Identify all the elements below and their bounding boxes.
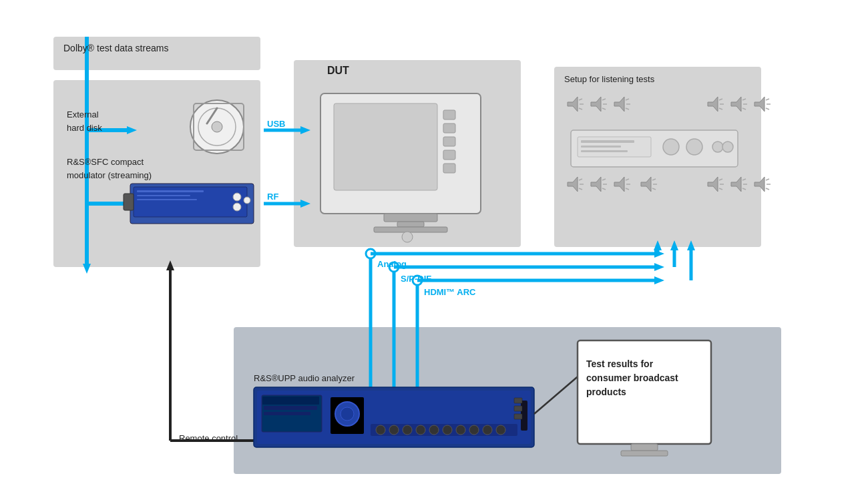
- svg-rect-152: [514, 414, 522, 419]
- svg-line-85: [742, 99, 746, 100]
- svg-point-50: [233, 193, 241, 201]
- svg-marker-68: [568, 97, 578, 111]
- svg-marker-41: [310, 437, 320, 445]
- svg-point-146: [469, 425, 479, 435]
- svg-point-96: [712, 142, 723, 152]
- svg-marker-28: [654, 240, 662, 250]
- svg-rect-99: [581, 146, 621, 148]
- svg-rect-132: [262, 397, 319, 405]
- svg-rect-138: [371, 424, 517, 436]
- svg-rect-157: [621, 451, 668, 456]
- svg-line-120: [719, 188, 722, 190]
- svg-point-140: [389, 425, 399, 435]
- svg-rect-2: [294, 60, 521, 247]
- remote-control-label: Remote control: [179, 433, 238, 445]
- rf-label: RF: [267, 192, 278, 202]
- diagram-container: Dolby® test data streams External hard d…: [0, 0, 868, 488]
- svg-rect-62: [443, 150, 455, 160]
- svg-point-44: [198, 108, 236, 146]
- svg-point-52: [244, 197, 250, 204]
- svg-marker-117: [708, 177, 718, 192]
- svg-point-139: [376, 425, 385, 435]
- svg-rect-156: [631, 444, 658, 451]
- svg-line-69: [579, 99, 582, 100]
- svg-point-51: [233, 203, 241, 211]
- svg-marker-125: [754, 177, 765, 192]
- svg-rect-149: [521, 401, 527, 431]
- svg-rect-49: [134, 187, 247, 217]
- dolby-streams-label: Dolby® test data streams: [63, 42, 168, 55]
- svg-point-95: [686, 139, 702, 155]
- svg-marker-38: [413, 397, 421, 407]
- svg-rect-133: [264, 406, 317, 410]
- svg-rect-93: [578, 137, 651, 157]
- svg-point-45: [212, 121, 222, 132]
- svg-rect-131: [262, 395, 322, 432]
- svg-rect-135: [331, 397, 364, 434]
- svg-line-83: [719, 108, 722, 109]
- svg-line-102: [579, 179, 582, 180]
- svg-rect-64: [384, 214, 437, 222]
- svg-marker-12: [300, 126, 310, 134]
- svg-point-141: [403, 425, 412, 435]
- svg-point-137: [341, 407, 354, 421]
- svg-marker-24: [654, 263, 664, 271]
- svg-rect-4: [234, 327, 781, 474]
- svg-line-81: [719, 99, 722, 100]
- svg-marker-109: [614, 177, 624, 192]
- svg-rect-54: [137, 195, 190, 196]
- svg-marker-72: [591, 97, 601, 111]
- external-hdd-label: External hard disk: [67, 108, 102, 134]
- svg-line-77: [626, 99, 629, 100]
- dut-label: DUT: [327, 63, 349, 78]
- setup-listening-label: Setup for listening tests: [564, 73, 654, 85]
- svg-rect-134: [264, 412, 310, 415]
- svg-line-46: [207, 108, 217, 124]
- svg-rect-55: [137, 199, 197, 200]
- svg-point-43: [190, 100, 244, 154]
- svg-point-67: [402, 232, 413, 242]
- svg-line-71: [579, 108, 582, 109]
- svg-marker-80: [708, 97, 718, 111]
- svg-rect-56: [124, 194, 134, 210]
- svg-point-94: [663, 139, 679, 155]
- svg-line-114: [652, 179, 656, 180]
- svg-line-104: [579, 188, 582, 190]
- svg-marker-76: [614, 97, 624, 111]
- upp-analyzer-label: R&S®UPP audio analyzer: [254, 373, 355, 385]
- svg-line-110: [626, 179, 629, 180]
- svg-marker-10: [127, 200, 137, 208]
- svg-line-112: [626, 188, 629, 190]
- svg-rect-59: [443, 110, 455, 119]
- svg-rect-63: [443, 164, 455, 173]
- svg-point-148: [496, 425, 505, 435]
- usb-label: USB: [267, 119, 285, 129]
- svg-line-89: [766, 99, 769, 100]
- svg-point-136: [335, 402, 359, 426]
- svg-line-73: [602, 99, 606, 100]
- svg-line-79: [626, 108, 629, 109]
- svg-marker-121: [731, 177, 741, 192]
- svg-marker-113: [641, 177, 651, 192]
- test-results-label: Test results for consumer broadcast prod…: [586, 357, 710, 399]
- svg-marker-6: [83, 264, 91, 274]
- svg-line-87: [742, 108, 746, 109]
- analog-label: Analog: [377, 259, 407, 269]
- svg-marker-30: [670, 240, 678, 250]
- svg-rect-61: [443, 137, 455, 146]
- svg-marker-14: [300, 200, 310, 208]
- svg-point-143: [429, 425, 439, 435]
- svg-rect-48: [130, 184, 254, 224]
- svg-rect-65: [397, 222, 424, 227]
- svg-point-147: [483, 425, 492, 435]
- svg-line-153: [534, 374, 581, 414]
- svg-marker-42: [166, 260, 174, 270]
- svg-line-108: [602, 188, 606, 190]
- svg-point-145: [456, 425, 465, 435]
- svg-line-126: [766, 179, 769, 180]
- svg-marker-22: [654, 250, 664, 258]
- svg-line-122: [742, 179, 746, 180]
- svg-marker-105: [591, 177, 601, 192]
- svg-point-144: [443, 425, 452, 435]
- svg-rect-151: [514, 406, 522, 411]
